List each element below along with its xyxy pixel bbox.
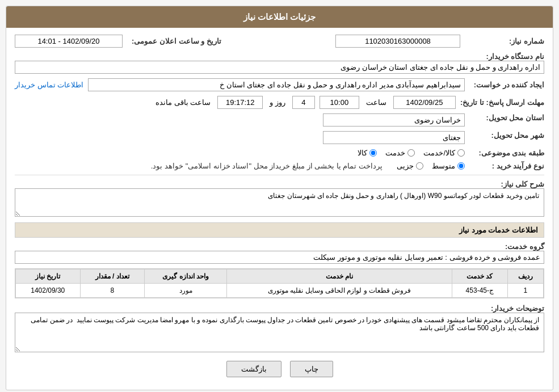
tarikh-label: تاریخ و ساعت اعلان عمومی:	[127, 37, 221, 45]
noe-farayand-note: پرداخت تمام یا بخشی از مبلغ خریداز محل "…	[151, 162, 383, 170]
cell-tarikh: 1402/09/30	[16, 284, 81, 298]
page-title: جزئیات اطلاعات نیاز	[243, 12, 316, 22]
sharh-value[interactable]: تامین وخرید قطعات لودر کوماتسو W90 (اوره…	[15, 188, 544, 217]
shomare-niaz-label: شماره نیاز:	[465, 37, 544, 45]
cell-radif: 1	[507, 284, 543, 298]
button-row: چاپ بازگشت	[15, 361, 544, 383]
radio-kala-khedmat-label: کالا/خدمت	[423, 149, 455, 157]
ijad-konandeh-label: ایجاد کننده در خواست:	[465, 81, 544, 89]
shahr-value: جغتای	[323, 131, 465, 144]
radio-motavasset-label: متوسط	[432, 162, 455, 170]
mohlat-saat: 10:00	[320, 96, 359, 109]
radio-khedmat[interactable]: خدمت	[385, 149, 415, 157]
saat-label: ساعت	[366, 98, 386, 107]
nam-dastgah-value: اداره راهداری و حمل و نقل جاده ای جغتای …	[15, 61, 544, 74]
cell-namKhedmat: فروش قطعات و لوازم الحاقی وسایل نقلیه مو…	[227, 284, 452, 298]
radio-motavasset[interactable]: متوسط	[432, 162, 465, 170]
cell-vahed: مورد	[144, 284, 226, 298]
col-tedad: تعداد / مقدار	[80, 269, 144, 284]
col-radif: ردیف	[507, 269, 543, 284]
col-nam: نام خدمت	[227, 269, 452, 284]
print-button[interactable]: چاپ	[290, 361, 333, 377]
col-kod: کد خدمت	[452, 269, 507, 284]
radio-kala-label: کالا	[358, 149, 367, 157]
col-tarikh: تاریخ نیاز	[16, 269, 81, 284]
tozihat-value[interactable]: از پیمانکاران محترم تقاضا میشود قسمت های…	[15, 313, 544, 352]
tarikh-value: 1402/09/20 - 14:01	[15, 35, 123, 48]
cell-tedad: 8	[80, 284, 144, 298]
noe-farayand-label: نوع فرآیند خرید :	[465, 162, 544, 170]
radio-jozi[interactable]: جزیی	[397, 162, 423, 170]
radio-kala[interactable]: کالا	[358, 149, 377, 157]
cell-kodKhedmat: ج-45-453	[452, 284, 507, 298]
radio-khedmat-label: خدمت	[385, 149, 405, 157]
mohlat-roz: 4	[292, 96, 315, 109]
back-button[interactable]: بازگشت	[226, 361, 281, 377]
radio-jozi-label: جزیی	[397, 162, 414, 170]
mohlat-label: مهلت ارسال پاسخ: تا تاریخ:	[456, 98, 544, 107]
roz-label: روز و	[270, 98, 285, 107]
ostan-label: استان محل تحویل:	[465, 113, 544, 122]
khedmat-table: ردیف کد خدمت نام خدمت واحد اندازه گیری ت…	[15, 268, 544, 298]
tabaqeh-label: طبقه بندی موضوعی:	[465, 149, 544, 157]
nam-dastgah-label: نام دستگاه خریدار:	[465, 52, 544, 61]
sharh-label: شرح کلی نیاز:	[465, 180, 544, 188]
table-row: 1ج-45-453فروش قطعات و لوازم الحاقی وسایل…	[16, 284, 544, 298]
mohlat-mandeh: 19:17:12	[217, 96, 263, 109]
group-label: گروه خدمت:	[465, 242, 544, 251]
mohlat-date: 1402/09/25	[393, 96, 456, 109]
tozihat-label: توضیحات خریدار:	[465, 304, 544, 313]
radio-kala-khedmat[interactable]: کالا/خدمت	[423, 149, 465, 157]
mandeh-label: ساعت باقی مانده	[155, 98, 211, 107]
divider-1	[15, 175, 544, 175]
khadamat-section-title: اطلاعات خدمات مورد نیاز	[15, 222, 544, 238]
itemas-tamas-link[interactable]: اطلاعات تماس خریدار	[15, 81, 83, 89]
col-vahed: واحد اندازه گیری	[144, 269, 226, 284]
ijad-konandeh-value: سیدابراهیم سیدآبادی مدیر اداره راهداری و…	[88, 78, 465, 91]
ostan-value: خراسان رضوی	[323, 113, 465, 127]
shahr-label: شهر محل تحویل:	[465, 131, 544, 140]
tabaqeh-radio-group: کالا/خدمت خدمت کالا	[358, 149, 465, 157]
shomare-niaz-value: 1102030163000008	[335, 35, 460, 48]
page-header: جزئیات اطلاعات نیاز	[6, 6, 553, 28]
group-value: عمده فروشی و خرده فروشی : تعمیر وسایل نق…	[15, 251, 544, 264]
noe-farayand-radio-group: متوسط جزیی	[397, 162, 465, 170]
